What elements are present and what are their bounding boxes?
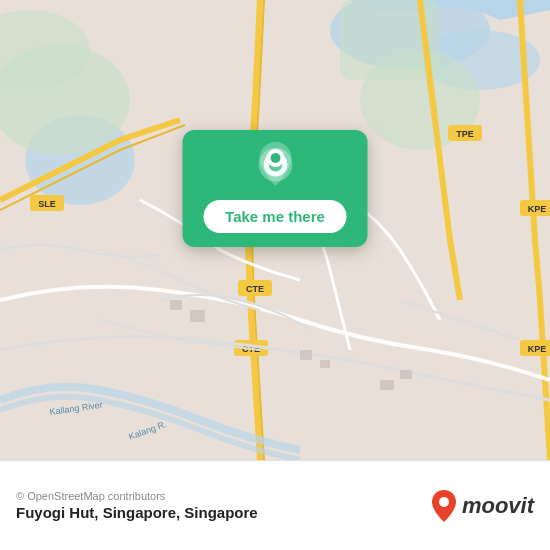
svg-rect-22 [170, 300, 182, 310]
svg-rect-23 [190, 310, 205, 322]
svg-rect-27 [400, 370, 412, 379]
app: SLE CTE CTE TPE KPE KPE [0, 0, 550, 550]
svg-rect-26 [380, 380, 394, 390]
svg-rect-24 [300, 350, 312, 360]
take-me-there-button[interactable]: Take me there [203, 200, 347, 233]
copyright-text: © OpenStreetMap contributors [16, 490, 258, 502]
svg-point-33 [439, 497, 449, 507]
svg-text:TPE: TPE [456, 129, 474, 139]
svg-text:SLE: SLE [38, 199, 56, 209]
location-card: Take me there [183, 130, 368, 247]
location-name: Fuyogi Hut, Singapore, Singapore [16, 504, 258, 521]
svg-rect-25 [320, 360, 330, 368]
moovit-logo: moovit [430, 488, 534, 524]
map-pin-shape [253, 138, 297, 190]
svg-point-32 [270, 153, 280, 163]
moovit-brand-text: moovit [462, 493, 534, 519]
svg-text:KPE: KPE [528, 204, 547, 214]
svg-text:KPE: KPE [528, 344, 547, 354]
bottom-bar: © OpenStreetMap contributors Fuyogi Hut,… [0, 460, 550, 550]
bottom-left-info: © OpenStreetMap contributors Fuyogi Hut,… [16, 490, 258, 521]
moovit-pin-icon [430, 488, 458, 524]
map-container: SLE CTE CTE TPE KPE KPE [0, 0, 550, 460]
svg-text:CTE: CTE [246, 284, 264, 294]
